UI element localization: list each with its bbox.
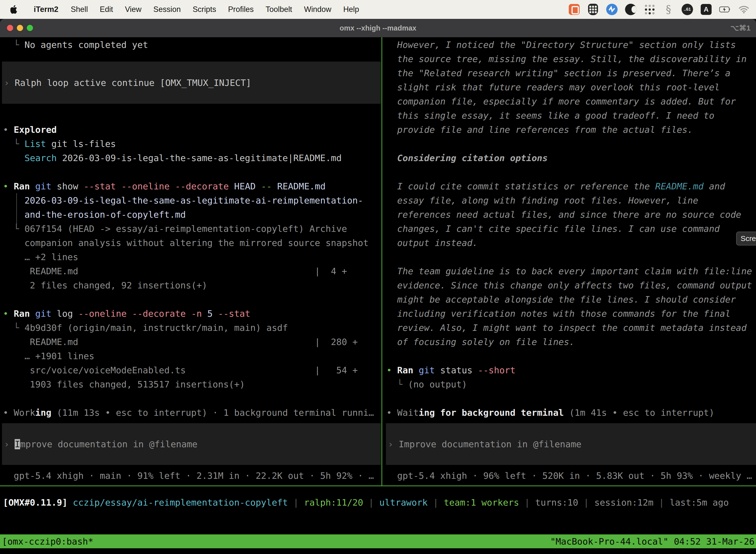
text-segment <box>30 181 35 191</box>
shield-grid-icon[interactable] <box>587 4 599 15</box>
screen-overlay-button[interactable]: Scre <box>736 232 756 245</box>
text-segment: • <box>3 309 14 319</box>
text-segment: README.md | 4 + <box>3 266 347 276</box>
text-segment: • <box>386 407 397 418</box>
text-segment <box>212 309 218 319</box>
orange-app-icon[interactable] <box>568 4 580 15</box>
menu-session[interactable]: Session <box>153 5 181 14</box>
text-segment: › <box>4 78 15 88</box>
text-segment: | <box>363 497 379 508</box>
text-segment: I <box>15 439 20 449</box>
text-segment: • <box>386 365 397 375</box>
text-segment: Ran <box>14 309 30 319</box>
text-segment: (1m 41s • esc to interrupt) <box>564 407 714 418</box>
right-prompt-input[interactable]: › Improve documentation in @filename <box>386 423 756 465</box>
menu-window[interactable]: Window <box>304 5 331 14</box>
text-segment: 067f154 (HEAD -> essay/ai-reimplementati… <box>24 224 347 234</box>
text-segment: └ <box>386 379 408 389</box>
menu-view[interactable]: View <box>125 5 142 14</box>
text-segment: last:5m ago <box>670 497 729 508</box>
text-segment: of focusing solely on file lines. <box>386 337 575 347</box>
text-segment: | <box>288 497 304 508</box>
menu-iterm2[interactable]: iTerm2 <box>34 5 58 14</box>
text-segment: git <box>35 309 51 319</box>
omx-status-line: [OMX#0.11.9] cczip/essay/ai-reimplementa… <box>3 495 729 510</box>
menu-help[interactable]: Help <box>343 5 359 14</box>
blue-badge-icon[interactable] <box>606 4 618 15</box>
text-segment: session:12m <box>594 497 653 508</box>
text-segment: git <box>419 365 435 375</box>
iterm-window: omx --xhigh --madmax ⌥⌘1 └ No agents com… <box>0 19 756 554</box>
text-segment: companion analysis without altering the … <box>3 238 369 248</box>
text-segment: › <box>4 439 15 449</box>
text-segment <box>202 309 207 319</box>
text-segment: 2026-03-09-is-legal-the-same-as-legitima… <box>3 195 363 206</box>
text-segment: ralph:11/20 <box>304 497 363 508</box>
text-segment <box>413 365 419 375</box>
right-pane[interactable]: However, I noticed the "Directory Struct… <box>386 38 756 420</box>
menu-scripts[interactable]: Scripts <box>193 5 216 14</box>
terminal-line: • Ran git log --oneline --decorate -n 5 … <box>3 307 379 321</box>
terminal-line <box>386 250 756 264</box>
text-segment: No agents completed yet <box>24 40 148 50</box>
text-segment: Work <box>14 407 35 418</box>
tmux-session-label: [omx-cczip0:bash* <box>2 536 93 547</box>
terminal-line: the source tree, missing the essay. Stil… <box>386 52 756 66</box>
tmux-host-clock-label: "MacBook-Pro-44.local" 04:52 31-Mar-26 <box>550 536 755 547</box>
terminal-line <box>3 292 379 307</box>
menu-edit[interactable]: Edit <box>100 5 113 14</box>
menu-toolbelt[interactable]: Toolbelt <box>266 5 292 14</box>
text-segment: Ran <box>397 365 413 375</box>
menu-profiles[interactable]: Profiles <box>228 5 253 14</box>
text-segment: status <box>435 365 478 375</box>
terminal-line: • Explored <box>3 123 379 137</box>
text-segment: --short <box>478 365 516 375</box>
left-prompt-input[interactable]: › Improve documentation in @filename <box>2 423 381 465</box>
titlebar[interactable]: omx --xhigh --madmax ⌥⌘1 <box>0 19 756 38</box>
text-segment: turns:10 <box>535 497 578 508</box>
terminal-line: the "Related research writing" section i… <box>386 66 756 80</box>
usage-61-icon[interactable]: ..61 <box>682 4 693 15</box>
terminal-line: including verification notes with those … <box>386 307 756 321</box>
text-segment: --decorate <box>175 181 229 191</box>
terminal-line: slight risk that future readers may over… <box>386 80 756 94</box>
squiggle-icon[interactable]: § <box>663 4 674 15</box>
text-segment: log <box>51 309 78 319</box>
terminal-line <box>386 137 756 151</box>
text-segment: provide file and line references from th… <box>386 125 693 135</box>
moon-crescent-icon[interactable] <box>625 4 636 15</box>
terminal-line: changes, I can't cite specific file line… <box>386 222 756 236</box>
text-segment: -- <box>261 181 271 191</box>
text-segment: cczip/essay/ai-reimplementation-copyleft <box>73 497 288 508</box>
battery-icon[interactable] <box>719 4 731 15</box>
terminal-line: … +2 lines <box>3 250 379 264</box>
pane-divider-vertical[interactable] <box>381 37 382 486</box>
text-segment: └ <box>3 40 24 50</box>
text-segment: 4b9d30f (origin/main, instructkr/main, m… <box>24 323 288 333</box>
text-segment <box>3 153 24 163</box>
text-segment: show <box>51 181 83 191</box>
pane-divider-horizontal[interactable] <box>0 486 756 486</box>
text-segment: | <box>578 497 594 508</box>
text-segment <box>116 181 121 191</box>
terminal-content[interactable]: └ No agents completed yet • Explored └ L… <box>0 37 756 554</box>
wifi-icon[interactable] <box>738 4 750 15</box>
text-segment: mprove documentation in @filename <box>20 439 197 449</box>
dots-grid-icon[interactable] <box>644 4 655 15</box>
menu-shell[interactable]: Shell <box>71 5 88 14</box>
terminal-line: 1903 files changed, 513517 insertions(+) <box>3 377 379 391</box>
terminal-line <box>386 349 756 363</box>
input-source-icon[interactable]: A <box>700 4 712 15</box>
text-segment: --stat <box>218 309 250 319</box>
left-model-statusline: gpt-5.4 xhigh · main · 91% left · 2.31M … <box>3 468 374 483</box>
apple-menu-icon[interactable] <box>10 5 18 14</box>
terminal-line <box>386 391 756 405</box>
text-segment: The team guideline is to back every impo… <box>386 266 752 276</box>
text-segment: … +1901 lines <box>3 351 94 361</box>
text-segment <box>256 181 261 191</box>
text-segment: --stat <box>83 181 116 191</box>
text-segment: ing <box>35 407 51 418</box>
text-segment: 2026-03-09-is-legal-the-same-as-legitima… <box>57 153 342 163</box>
text-segment: └ <box>3 323 24 333</box>
text-segment: and-the-erosion-of-copyleft.md <box>3 210 186 220</box>
